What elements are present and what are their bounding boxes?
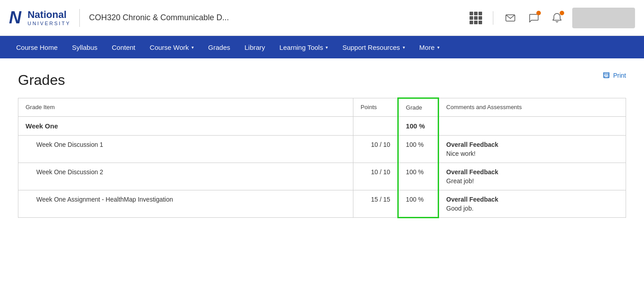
table-row: Week One Discussion 1 10 / 10 100 % Over… (18, 136, 626, 163)
icon-divider (493, 11, 493, 25)
comments-cell (439, 117, 626, 136)
feedback-text: Great job! (446, 177, 618, 185)
svg-point-3 (608, 75, 609, 76)
print-icon (602, 72, 610, 79)
feedback-text: Nice work! (446, 150, 618, 157)
nav-bar: Course Home Syllabus Content Course Work… (0, 36, 644, 58)
mail-button[interactable] (502, 10, 518, 26)
chevron-down-icon: ▾ (403, 45, 405, 50)
comments-cell: Overall Feedback Great job! (439, 163, 626, 190)
col-comments: Comments and Assessments (439, 98, 626, 117)
table-row: Week One Assignment - HealthMap Investig… (18, 190, 626, 218)
title-row: Grades Print (18, 72, 626, 97)
course-title: COH320 Chronic & Communicable D... (89, 13, 468, 22)
table-row: Week One Discussion 2 10 / 10 100 % Over… (18, 163, 626, 190)
points-cell: 10 / 10 (353, 163, 398, 190)
nav-more[interactable]: More ▾ (412, 36, 447, 58)
nav-content[interactable]: Content (104, 36, 143, 58)
grade-item-cell: Week One Assignment - HealthMap Investig… (18, 190, 353, 218)
grades-table: Grade Item Points Grade Comments and Ass… (18, 97, 626, 218)
avatar (572, 8, 635, 28)
table-row: Week One 100 % (18, 117, 626, 136)
mail-icon (505, 14, 515, 22)
header-divider (79, 9, 80, 27)
feedback-label: Overall Feedback (446, 168, 618, 176)
grade-cell: 100 % (398, 136, 439, 163)
logo-university: UNIVERSITY (27, 21, 70, 26)
chat-badge (536, 11, 541, 15)
comments-cell: Overall Feedback Good job. (439, 190, 626, 218)
grid-menu-button[interactable] (468, 10, 484, 26)
grade-item-cell: Week One (18, 117, 353, 136)
nav-course-work[interactable]: Course Work ▾ (143, 36, 201, 58)
chat-button[interactable] (526, 10, 542, 26)
chevron-down-icon: ▾ (437, 45, 439, 50)
logo-national: National (27, 9, 70, 20)
top-header: N National UNIVERSITY COH320 Chronic & C… (0, 0, 644, 36)
nav-grades[interactable]: Grades (201, 36, 237, 58)
points-cell: 15 / 15 (353, 190, 398, 218)
print-button[interactable]: Print (602, 72, 626, 79)
main-content: Grades Print Grade Item Points Grade Com… (0, 58, 644, 232)
points-cell (353, 117, 398, 136)
logo-text: National UNIVERSITY (27, 9, 70, 26)
notification-button[interactable] (549, 10, 565, 26)
chevron-down-icon: ▾ (326, 45, 328, 50)
nav-course-home[interactable]: Course Home (9, 36, 65, 58)
col-grade: Grade (398, 98, 439, 117)
nav-learning-tools[interactable]: Learning Tools ▾ (272, 36, 335, 58)
header-icons (468, 8, 635, 28)
points-cell: 10 / 10 (353, 136, 398, 163)
feedback-label: Overall Feedback (446, 196, 618, 203)
grade-cell: 100 % (398, 190, 439, 218)
col-points: Points (353, 98, 398, 117)
feedback-text: Good job. (446, 205, 618, 212)
chevron-down-icon: ▾ (191, 45, 194, 50)
grid-icon (470, 12, 482, 24)
grade-cell: 100 % (398, 117, 439, 136)
nav-library[interactable]: Library (237, 36, 272, 58)
table-header-row: Grade Item Points Grade Comments and Ass… (18, 98, 626, 117)
notification-badge (560, 11, 564, 15)
nav-syllabus[interactable]: Syllabus (65, 36, 105, 58)
grade-cell: 100 % (398, 163, 439, 190)
grade-item-cell: Week One Discussion 2 (18, 163, 353, 190)
logo-n-letter: N (9, 8, 21, 27)
col-grade-item: Grade Item (18, 98, 353, 117)
grade-item-cell: Week One Discussion 1 (18, 136, 353, 163)
feedback-label: Overall Feedback (446, 141, 618, 148)
nav-support-resources[interactable]: Support Resources ▾ (335, 36, 412, 58)
logo-area: N National UNIVERSITY (9, 8, 70, 27)
comments-cell: Overall Feedback Nice work! (439, 136, 626, 163)
page-title: Grades (18, 72, 65, 88)
